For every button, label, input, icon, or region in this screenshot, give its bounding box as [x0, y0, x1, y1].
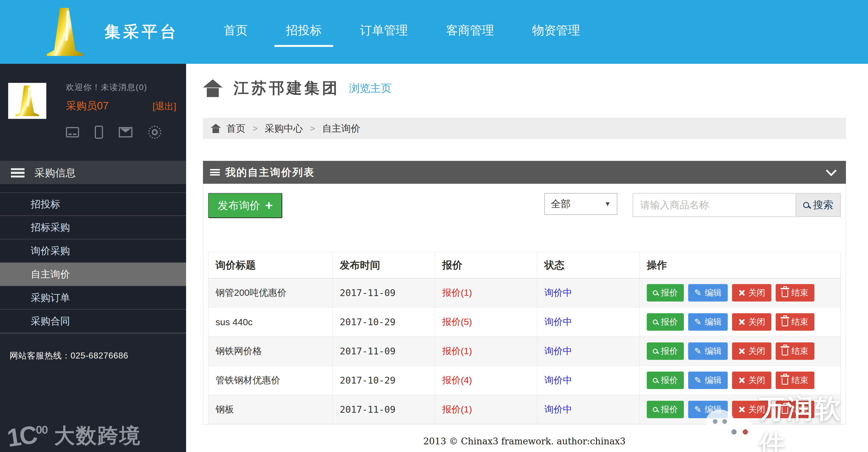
mail-icon[interactable] — [119, 127, 132, 138]
quote-button[interactable]: 报价 — [647, 342, 684, 360]
col-quote: 报价 — [435, 252, 537, 278]
magnifier-icon — [653, 349, 658, 354]
collapse-chevron-icon[interactable] — [826, 165, 837, 176]
breadcrumb-item[interactable]: 采购中心 — [265, 122, 303, 135]
browse-home-link[interactable]: 浏览主页 — [349, 81, 392, 96]
nav-item[interactable]: 物资管理 — [532, 17, 580, 47]
edit-button-label: 编辑 — [705, 287, 722, 299]
quote-button-label: 报价 — [661, 374, 678, 386]
breadcrumb-separator: > — [253, 123, 258, 133]
logout-link[interactable]: [退出] — [153, 100, 176, 113]
edit-button[interactable]: ✎ 编辑 — [688, 342, 728, 360]
sidebar-menu: 招投标 招标采购 询价采购 自主询价 采购订单 采购合同 — [0, 185, 186, 333]
quote-button-label: 报价 — [661, 345, 678, 357]
close-button[interactable]: 关闭 — [732, 284, 771, 302]
breadcrumb-item[interactable]: 首页 — [226, 122, 245, 135]
id-card-icon[interactable] — [66, 127, 79, 138]
breadcrumb-separator: > — [310, 123, 315, 133]
inquiry-panel: 我的自主询价列表 发布询价 + 全部 — [203, 161, 846, 447]
edit-button[interactable]: ✎ 编辑 — [688, 371, 728, 389]
quote-count-link[interactable]: 报价(1) — [442, 287, 472, 298]
close-button[interactable]: 关闭 — [732, 371, 771, 389]
col-date: 发布时间 — [333, 252, 435, 278]
col-title: 询价标题 — [209, 252, 333, 278]
brand-title: 集采平台 — [104, 21, 179, 42]
close-button[interactable]: 关闭 — [732, 342, 771, 360]
table-row: 钢铁网价格 2017-11-09 报价(1) 询价中 报价 — [209, 337, 841, 366]
end-button[interactable]: 结束 — [776, 342, 814, 360]
end-button[interactable]: 结束 — [776, 313, 814, 331]
status-badge: 询价中 — [544, 375, 572, 385]
sidebar-menu-item[interactable]: 采购合同 — [0, 310, 186, 333]
main-content: 江苏邗建集团 浏览主页 > 首页 > 采购中心 — [186, 64, 868, 452]
status-badge: 询价中 — [544, 404, 572, 414]
inquiry-title-cell: sus 440c — [209, 307, 333, 337]
close-button[interactable]: 关闭 — [732, 401, 771, 418]
close-button-label: 关闭 — [748, 316, 765, 328]
quote-count-link[interactable]: 报价(5) — [442, 317, 472, 327]
edit-button[interactable]: ✎ 编辑 — [688, 313, 728, 331]
end-button[interactable]: 结束 — [776, 401, 814, 418]
menu-bars-icon — [11, 168, 25, 178]
end-button-label: 结束 — [792, 374, 808, 386]
quote-count-link[interactable]: 报价(1) — [442, 404, 472, 414]
edit-button[interactable]: ✎ 编辑 — [688, 284, 728, 302]
nav-item[interactable]: 首页 — [224, 17, 248, 47]
quote-button[interactable]: 报价 — [647, 284, 684, 302]
search-button[interactable]: 搜索 — [796, 193, 840, 216]
edit-button-label: 编辑 — [705, 345, 722, 357]
publish-inquiry-button[interactable]: 发布询价 + — [208, 193, 282, 218]
inquiry-title-cell: 钢铁网价格 — [209, 337, 333, 366]
breadcrumb-item[interactable]: 自主询价 — [322, 122, 360, 135]
dashu-logo-sup: 00 — [36, 424, 48, 435]
filter-select[interactable]: 全部 — [544, 193, 617, 215]
edit-button-label: 编辑 — [705, 374, 722, 386]
inquiry-table: 询价标题 发布时间 报价 状态 操作 钢管200吨优惠价 2017-11-0 — [208, 252, 841, 424]
publish-date-cell: 2017-10-29 — [333, 307, 435, 337]
magnifier-icon — [653, 290, 658, 295]
search-input[interactable] — [633, 193, 796, 216]
end-button-label: 结束 — [792, 404, 808, 415]
quote-count-link[interactable]: 报价(4) — [442, 375, 472, 385]
home-icon — [203, 79, 223, 97]
quote-button[interactable]: 报价 — [647, 313, 684, 331]
end-button-label: 结束 — [792, 316, 808, 328]
quote-button[interactable]: 报价 — [647, 371, 684, 389]
end-button[interactable]: 结束 — [776, 371, 814, 389]
close-button[interactable]: 关闭 — [732, 313, 771, 331]
quote-count-link[interactable]: 报价(1) — [442, 346, 472, 356]
row-actions: 报价 ✎ 编辑 关闭 — [647, 342, 840, 360]
sidebar-menu-item[interactable]: 询价采购 — [0, 239, 186, 263]
dashu-logo: 1C 00 — [7, 424, 48, 449]
row-actions: 报价 ✎ 编辑 关闭 — [647, 371, 840, 389]
breadcrumb-home-icon[interactable] — [211, 124, 221, 133]
col-actions: 操作 — [640, 252, 841, 278]
gear-icon[interactable] — [148, 126, 161, 139]
username: 采购员07 — [66, 99, 108, 113]
trash-icon — [782, 290, 788, 297]
x-icon — [738, 348, 745, 355]
phone-icon[interactable] — [95, 126, 103, 139]
nav-item[interactable]: 招投标 — [274, 17, 333, 47]
magnifier-icon — [653, 378, 658, 383]
publish-date-cell: 2017-11-09 — [333, 395, 435, 424]
sidebar-divider — [0, 333, 186, 334]
sidebar-menu-item[interactable]: 采购订单 — [0, 286, 186, 310]
pencil-icon: ✎ — [694, 376, 702, 385]
end-button-label: 结束 — [792, 287, 808, 299]
table-row: sus 440c 2017-10-29 报价(5) 询价中 报价 — [209, 307, 841, 337]
sidebar-menu-item[interactable]: 自主询价 — [0, 263, 186, 286]
edit-button[interactable]: ✎ 编辑 — [688, 401, 728, 418]
company-name: 江苏邗建集团 — [234, 78, 340, 99]
close-button-label: 关闭 — [748, 404, 765, 415]
nav-item[interactable]: 订单管理 — [360, 17, 408, 47]
nav-item[interactable]: 客商管理 — [446, 17, 494, 47]
list-controls: 发布询价 + 全部 搜索 — [208, 193, 841, 218]
end-button[interactable]: 结束 — [776, 284, 814, 302]
company-header: 江苏邗建集团 浏览主页 — [203, 78, 846, 99]
sidebar-menu-item[interactable]: 招投标 — [0, 192, 186, 216]
user-card: 欢迎你！未读消息(0) 采购员07 [退出] — [0, 64, 186, 161]
sidebar-menu-item[interactable]: 招标采购 — [0, 216, 186, 239]
search-box: 搜索 — [632, 193, 841, 217]
quote-button[interactable]: 报价 — [647, 401, 684, 418]
